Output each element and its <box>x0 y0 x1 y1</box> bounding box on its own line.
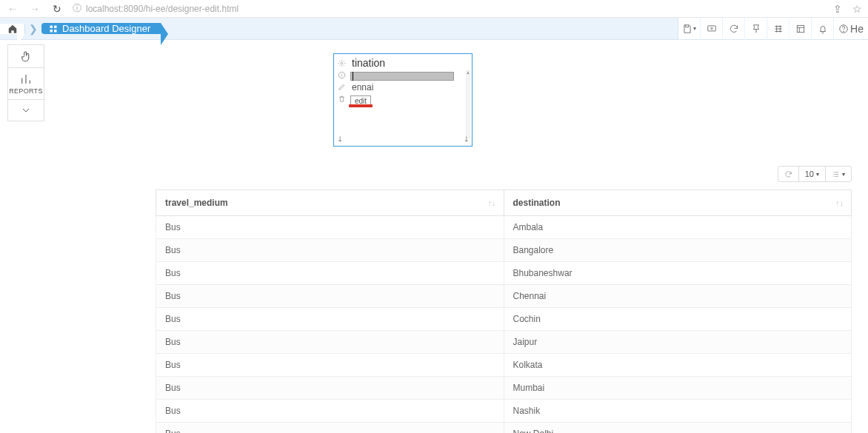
cell-travel-medium: Bus <box>156 400 504 423</box>
widget-title: tination <box>352 57 385 69</box>
touch-icon <box>19 50 33 63</box>
cell-destination: Chennai <box>504 285 852 308</box>
cell-travel-medium: Bus <box>156 262 504 285</box>
svg-rect-0 <box>50 25 53 28</box>
layout-button[interactable] <box>789 18 812 40</box>
site-info-icon[interactable]: ⓘ <box>73 2 81 15</box>
svg-rect-1 <box>54 25 57 28</box>
table-row[interactable]: BusCochin <box>156 308 852 331</box>
designer-canvas[interactable]: tination ennai edit ▲ ↘ ↙ 10▾ <box>44 40 868 433</box>
table-columns-button[interactable]: ▾ <box>826 167 851 181</box>
breadcrumb-active-tab[interactable]: Dashboard Designer <box>41 23 161 34</box>
sort-icon[interactable]: ↑↓ <box>488 198 496 207</box>
dashboard-icon <box>49 24 58 33</box>
caret-down-icon: ▾ <box>842 171 845 178</box>
widget-resize-handle-sw[interactable]: ↘ <box>335 134 344 144</box>
breadcrumb: ❯ Dashboard Designer <box>0 18 161 39</box>
breadcrumb-active-label: Dashboard Designer <box>62 23 150 34</box>
toolbox-reports-button[interactable]: REPORTS <box>7 67 44 100</box>
preview-button[interactable] <box>701 18 723 40</box>
trash-icon <box>338 95 346 103</box>
grid-view-button[interactable] <box>767 18 789 40</box>
cell-destination: Ambala <box>504 216 852 239</box>
cell-travel-medium: Bus <box>156 285 504 308</box>
table-row[interactable]: BusAmbala <box>156 216 852 239</box>
browser-share-icon[interactable]: ⇪ <box>833 3 842 15</box>
widget-edit-button[interactable] <box>337 82 346 91</box>
table-row[interactable]: BusMumbai <box>156 377 852 400</box>
widget-filter-input[interactable] <box>350 72 454 81</box>
cell-travel-medium: Bus <box>156 308 504 331</box>
table-toolbar: 10▾ ▾ <box>156 166 852 182</box>
browser-reload-button[interactable]: ↻ <box>50 3 64 15</box>
svg-point-5 <box>710 27 712 29</box>
table-row[interactable]: BusNashik <box>156 400 852 423</box>
cell-travel-medium: Bus <box>156 331 504 354</box>
cell-destination: Mumbai <box>504 377 852 400</box>
data-table: travel_medium ↑↓ destination ↑↓ BusAmbal… <box>156 189 852 433</box>
browser-bookmark-icon[interactable]: ☆ <box>852 3 862 15</box>
browser-forward-button[interactable]: → <box>28 3 41 15</box>
table-row[interactable]: BusChennai <box>156 285 852 308</box>
table-row[interactable]: BusKolkata <box>156 354 852 377</box>
table-page-size-button[interactable]: 10▾ <box>799 167 826 181</box>
chevron-down-icon <box>20 104 32 116</box>
help-button[interactable]: He <box>834 18 868 40</box>
toolbox-reports-label: REPORTS <box>9 87 42 95</box>
widget-scroll-up[interactable]: ▲ <box>466 70 470 75</box>
notifications-button[interactable] <box>812 18 834 40</box>
table-row[interactable]: BusBangalore <box>156 239 852 262</box>
browser-back-button[interactable]: ← <box>6 3 19 15</box>
widget-scrollbar[interactable] <box>466 70 470 138</box>
widget-info-button[interactable] <box>337 70 346 79</box>
column-header-destination[interactable]: destination ↑↓ <box>504 190 852 216</box>
left-toolbox: REPORTS <box>0 40 44 433</box>
cell-travel-medium: Bus <box>156 354 504 377</box>
gear-icon <box>338 59 346 67</box>
breadcrumb-home[interactable] <box>0 24 25 34</box>
refresh-icon <box>784 170 792 178</box>
home-icon <box>7 24 18 34</box>
toolbox-expand-button[interactable] <box>7 99 44 121</box>
svg-rect-3 <box>54 30 57 33</box>
cell-destination: New Delhi <box>504 423 852 434</box>
column-header-label: destination <box>513 198 561 208</box>
column-header-label: travel_medium <box>165 198 228 208</box>
toolbox-interaction-button[interactable] <box>7 44 44 68</box>
cell-destination: Cochin <box>504 308 852 331</box>
table-row[interactable]: BusJaipur <box>156 331 852 354</box>
cell-destination: Kolkata <box>504 354 852 377</box>
info-icon <box>338 71 346 79</box>
refresh-button[interactable] <box>723 18 745 40</box>
cell-destination: Bhubaneshwar <box>504 262 852 285</box>
table-row[interactable]: BusBhubaneshwar <box>156 262 852 285</box>
svg-rect-4 <box>707 25 715 30</box>
cell-travel-medium: Bus <box>156 377 504 400</box>
pin-button[interactable] <box>745 18 767 40</box>
table-page-size-value: 10 <box>805 169 814 178</box>
column-header-travel-medium[interactable]: travel_medium ↑↓ <box>156 190 504 216</box>
pencil-icon <box>338 83 346 91</box>
table-refresh-button[interactable] <box>778 167 799 181</box>
widget-delete-button[interactable] <box>337 94 346 103</box>
list-icon <box>832 170 840 178</box>
bar-chart-icon <box>19 73 33 86</box>
cell-travel-medium: Bus <box>156 239 504 262</box>
cell-travel-medium: Bus <box>156 423 504 434</box>
svg-point-8 <box>844 31 844 32</box>
sort-icon[interactable]: ↑↓ <box>835 198 844 207</box>
browser-url[interactable]: localhost:8090/hi-ee/designer-edit.html <box>86 4 238 14</box>
svg-point-9 <box>341 62 343 64</box>
widget-settings-button[interactable] <box>337 58 346 67</box>
widget-filter-value: ennai <box>352 82 373 93</box>
annotation-mark <box>349 104 373 107</box>
cell-destination: Nashik <box>504 400 852 423</box>
help-label: He <box>850 23 864 35</box>
table-row[interactable]: BusNew Delhi <box>156 423 852 434</box>
widget-card[interactable]: tination ennai edit ▲ ↘ ↙ <box>333 53 473 147</box>
svg-rect-2 <box>50 30 53 33</box>
cell-destination: Jaipur <box>504 331 852 354</box>
cell-travel-medium: Bus <box>156 216 504 239</box>
save-menu-button[interactable]: ▾ <box>678 18 701 40</box>
svg-rect-6 <box>797 25 804 32</box>
